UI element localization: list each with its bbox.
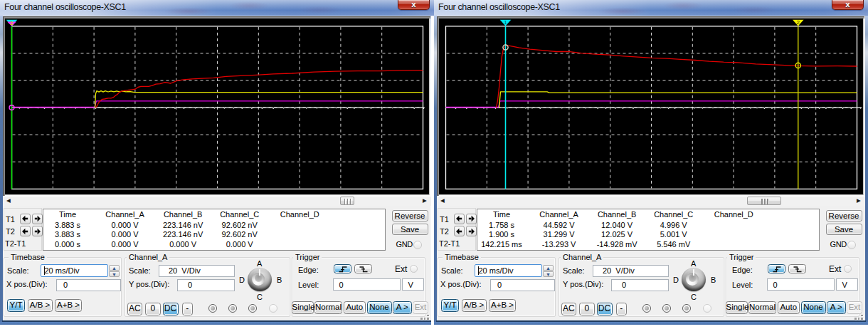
- svg-text:2: 2: [10, 20, 13, 26]
- svg-text:1: 1: [504, 19, 507, 26]
- svg-text:2: 2: [796, 19, 800, 26]
